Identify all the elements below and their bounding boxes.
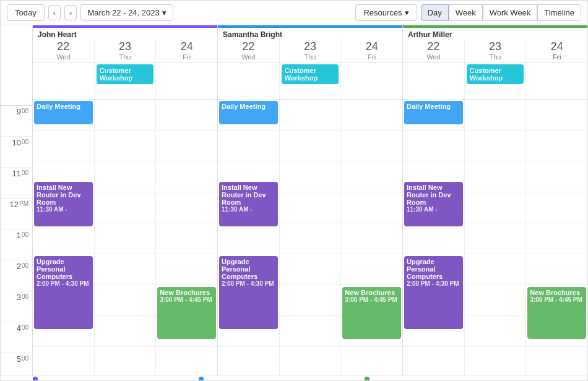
john-day-23: 23 Thu	[95, 39, 157, 62]
time-label-1: 1 00	[1, 229, 32, 260]
all-day-row: Customer Workshop Customer Workshop	[33, 62, 587, 100]
time-label-10: 10 00	[1, 137, 32, 168]
time-label-3: 3 00	[1, 291, 32, 322]
scrollbar-area	[1, 375, 587, 381]
john-install-router-event[interactable]: Install New Router in Dev Room 11:30 AM …	[34, 182, 93, 226]
arthur-day-23-timed	[465, 100, 527, 375]
arthur-timed-area: Daily Meeting Install New Router in Dev …	[403, 100, 587, 375]
john-22-row-10	[33, 131, 94, 161]
john-new-brochures-event[interactable]: New Brochures 3:00 PM - 4:45 PM	[157, 287, 216, 339]
arthur-new-brochures-event[interactable]: New Brochures 3:00 PM - 4:45 PM	[527, 287, 586, 339]
time-label-2: 2 00	[1, 260, 32, 291]
arthur-day-24: 24 Fri	[526, 39, 587, 62]
samantha-name: Samantha Bright	[218, 28, 402, 39]
events-area: Customer Workshop Customer Workshop	[33, 62, 587, 375]
arthur-day-24-timed: New Brochures 3:00 PM - 4:45 PM	[526, 100, 587, 375]
time-label-5: 5 00	[1, 353, 32, 375]
john-daily-meeting-event[interactable]: Daily Meeting	[34, 101, 93, 124]
samantha-scroll-dot	[199, 377, 204, 382]
arthur-day-23: 23 Thu	[465, 39, 527, 62]
john-allday-24	[156, 62, 217, 99]
arthur-daily-meeting-event[interactable]: Daily Meeting	[404, 101, 463, 124]
john-day-22-timed: Daily Meeting Install New Router in Dev …	[33, 100, 95, 375]
arthur-allday-cells: Customer Workshop	[403, 62, 587, 99]
arthur-name: Arthur Miller	[403, 28, 587, 39]
samantha-day-headers: 22 Wed 23 Thu 24 Fri	[218, 39, 402, 62]
arthur-allday-23: Customer Workshop	[465, 62, 527, 99]
resources-area: John Heart 22 Wed 23 Thu 24 Fri	[33, 25, 587, 375]
samantha-upgrade-computers-event[interactable]: Upgrade Personal Computers 2:00 PM - 4:3…	[219, 256, 278, 329]
samantha-allday-23: Customer Workshop	[280, 62, 342, 99]
samantha-timed-area: Daily Meeting Install New Router in Dev …	[218, 100, 403, 375]
john-upgrade-computers-event[interactable]: Upgrade Personal Computers 2:00 PM - 4:3…	[34, 256, 93, 329]
arthur-allday-22	[403, 62, 465, 99]
john-day-24-timed: New Brochures 3:00 PM - 4:45 PM	[156, 100, 217, 375]
john-day-23-timed	[95, 100, 157, 375]
samantha-day-22-timed: Daily Meeting Install New Router in Dev …	[218, 100, 280, 375]
john-22-row-5	[33, 347, 94, 375]
samantha-new-brochures-event[interactable]: New Brochures 3:00 PM - 4:45 PM	[342, 287, 401, 339]
samantha-day-23: 23 Thu	[280, 39, 342, 62]
view-timeline-button[interactable]: Timeline	[537, 4, 581, 21]
samantha-allday-22	[218, 62, 280, 99]
samantha-install-router-event[interactable]: Install New Router in Dev Room 11:30 AM …	[219, 182, 278, 226]
arthur-day-22-timed: Daily Meeting Install New Router in Dev …	[403, 100, 465, 375]
arthur-day-22: 22 Wed	[403, 39, 465, 62]
samantha-customer-workshop-event[interactable]: Customer Workshop	[282, 64, 339, 84]
john-timed-area: Daily Meeting Install New Router in Dev …	[33, 100, 218, 375]
today-button[interactable]: Today	[7, 4, 45, 21]
resources-arrow-icon: ▾	[405, 8, 409, 17]
john-allday-23: Customer Workshop	[95, 62, 157, 99]
time-label-4: 4 00	[1, 322, 32, 353]
samantha-allday-24	[341, 62, 402, 99]
view-workweek-button[interactable]: Work Week	[483, 4, 538, 21]
time-header-spacer	[1, 25, 33, 106]
samantha-day-22: 22 Wed	[218, 39, 280, 62]
samantha-allday-cells: Customer Workshop	[218, 62, 403, 99]
time-label-12: 12 PM	[1, 199, 32, 229]
resources-button[interactable]: Resources ▾	[355, 4, 417, 21]
john-allday-cells: Customer Workshop	[33, 62, 218, 99]
date-range-arrow-icon: ▾	[162, 8, 166, 17]
next-button[interactable]: ›	[64, 5, 77, 20]
time-labels-scroll: 9 00 10 00 11 00 12 PM 1 00	[1, 106, 33, 375]
john-day-headers: 22 Wed 23 Thu 24 Fri	[33, 39, 217, 62]
toolbar: Today ‹ › March 22 - 24, 2023 ▾ Resource…	[1, 1, 587, 25]
time-column: 9 00 10 00 11 00 12 PM 1 00	[1, 25, 33, 375]
arthur-install-router-event[interactable]: Install New Router in Dev Room 11:30 AM …	[404, 182, 463, 226]
arthur-day-headers: 22 Wed 23 Thu 24 Fri	[403, 39, 587, 62]
samantha-daily-meeting-event[interactable]: Daily Meeting	[219, 101, 278, 124]
samantha-day-24: 24 Fri	[341, 39, 402, 62]
resources-label: Resources	[363, 8, 402, 17]
john-scroll-dot	[33, 377, 38, 382]
date-range-button[interactable]: March 22 - 24, 2023 ▾	[80, 4, 173, 21]
samantha-day-23-timed	[280, 100, 342, 375]
resource-header-samantha: Samantha Bright 22 Wed 23 Thu 24 Fri	[218, 25, 403, 62]
samantha-day-24-timed: New Brochures 3:00 PM - 4:45 PM	[341, 100, 402, 375]
arthur-upgrade-computers-event[interactable]: Upgrade Personal Computers 2:00 PM - 4:3…	[404, 256, 463, 329]
resource-headers-row: John Heart 22 Wed 23 Thu 24 Fri	[33, 25, 587, 62]
john-day-22: 22 Wed	[33, 39, 95, 62]
date-range-label: March 22 - 24, 2023	[87, 8, 159, 17]
resource-header-arthur: Arthur Miller 22 Wed 23 Thu 24 Fri	[403, 25, 587, 62]
prev-button[interactable]: ‹	[48, 5, 61, 20]
arthur-allday-24	[526, 62, 587, 99]
john-allday-22	[33, 62, 95, 99]
view-group: Day Week Work Week Timeline	[421, 4, 581, 21]
time-label-9: 9 00	[1, 106, 32, 137]
view-day-button[interactable]: Day	[421, 4, 449, 21]
john-22-row-1	[33, 223, 94, 254]
calendar-wrapper: Today ‹ › March 22 - 24, 2023 ▾ Resource…	[0, 0, 588, 381]
john-customer-workshop-event[interactable]: Customer Workshop	[97, 64, 154, 84]
view-week-button[interactable]: Week	[449, 4, 483, 21]
timed-events-grid: Daily Meeting Install New Router in Dev …	[33, 100, 587, 375]
arthur-scroll-dot	[365, 377, 370, 382]
time-label-11: 11 00	[1, 168, 32, 199]
john-day-24: 24 Fri	[156, 39, 217, 62]
john-name: John Heart	[33, 28, 217, 39]
arthur-customer-workshop-event[interactable]: Customer Workshop	[467, 64, 524, 84]
resource-header-john: John Heart 22 Wed 23 Thu 24 Fri	[33, 25, 218, 62]
